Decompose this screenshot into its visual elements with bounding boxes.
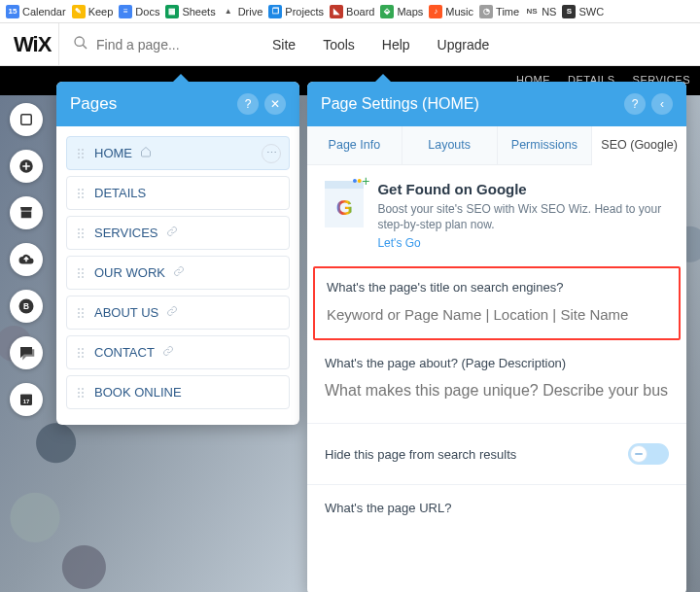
back-icon[interactable]: ‹ [651, 93, 673, 115]
promo-cta-link[interactable]: Let's Go [377, 236, 420, 250]
drag-handle-icon[interactable] [77, 387, 87, 399]
store-tool-button[interactable] [10, 196, 43, 229]
top-menu-item[interactable]: Site [272, 37, 296, 52]
bookmark-item[interactable]: SSWC [562, 5, 604, 18]
bookmark-label: Drive [238, 6, 263, 17]
drag-handle-icon[interactable] [77, 347, 87, 359]
editor-top-menu: SiteToolsHelpUpgrade [272, 37, 489, 52]
svg-point-22 [82, 228, 84, 230]
pages-panel-title: Pages [70, 94, 231, 114]
help-icon[interactable]: ? [624, 93, 646, 115]
browser-bookmarks-bar: 15Calendar✎Keep≡Docs▦Sheets▲Drive❐Projec… [0, 0, 700, 23]
bookmark-favicon: ◣ [330, 5, 343, 18]
svg-point-47 [78, 392, 80, 394]
bookmark-item[interactable]: ▲Drive [222, 5, 263, 18]
page-item-label: HOME [94, 146, 132, 160]
svg-point-27 [78, 268, 80, 270]
svg-point-9 [78, 149, 80, 151]
top-menu-item[interactable]: Upgrade [438, 37, 490, 52]
settings-panel-header: Page Settings (HOME) ? ‹ [307, 82, 686, 126]
blog-tool-button[interactable]: B [10, 290, 43, 323]
page-item-label: CONTACT [94, 345, 155, 360]
upload-tool-button[interactable] [10, 243, 43, 276]
top-menu-item[interactable]: Tools [323, 37, 355, 52]
url-field-block: What's the page URL? [325, 491, 669, 515]
svg-point-28 [82, 268, 84, 270]
bookmark-item[interactable]: ❐Projects [268, 5, 324, 18]
page-search[interactable] [58, 23, 253, 65]
page-item[interactable]: OUR WORK [66, 256, 290, 290]
bookmark-item[interactable]: ♪Music [429, 5, 473, 18]
svg-point-50 [82, 396, 84, 398]
drag-handle-icon[interactable] [77, 307, 87, 319]
bookmark-label: Docs [135, 6, 159, 17]
page-settings-panel: Page Settings (HOME) ? ‹ Page InfoLayout… [307, 82, 686, 592]
drag-handle-icon[interactable] [77, 227, 87, 239]
pages-panel: Pages ? ✕ HOME⋯DETAILSSERVICESOUR WORKAB… [56, 82, 299, 425]
page-item[interactable]: HOME⋯ [66, 136, 290, 170]
svg-point-16 [82, 189, 84, 191]
bookings-tool-button[interactable]: 17 [10, 383, 43, 416]
bookmark-favicon: ✎ [72, 5, 86, 18]
svg-point-44 [82, 356, 84, 358]
bookmark-label: Music [445, 6, 473, 17]
description-field-input[interactable] [325, 378, 669, 403]
bookmark-item[interactable]: NSNS [525, 5, 556, 18]
wix-editor-top-bar: WiX SiteToolsHelpUpgrade [0, 23, 700, 66]
page-item[interactable]: SERVICES [66, 216, 290, 250]
bookmark-label: Board [346, 6, 374, 17]
page-item-label: ABOUT US [94, 305, 158, 320]
svg-point-35 [78, 312, 80, 314]
svg-point-24 [82, 232, 84, 234]
settings-tab[interactable]: Layouts [402, 126, 498, 164]
svg-point-34 [82, 308, 84, 310]
svg-point-20 [82, 196, 84, 198]
hide-switch-toggle[interactable] [628, 443, 669, 465]
bookmark-label: Projects [285, 6, 324, 17]
pages-panel-header: Pages ? ✕ [56, 82, 299, 126]
bookmark-favicon: ▲ [222, 5, 235, 18]
bookmark-item[interactable]: ✎Keep [72, 5, 114, 18]
help-icon[interactable]: ? [237, 93, 259, 115]
search-input[interactable] [96, 37, 232, 52]
close-icon[interactable]: ✕ [264, 93, 286, 115]
bookmark-item[interactable]: ▦Sheets [165, 5, 215, 18]
bookmark-item[interactable]: ◔Time [479, 5, 519, 18]
promo-body: Boost your site's SEO with Wix SEO Wiz. … [377, 201, 669, 232]
svg-rect-7 [20, 395, 32, 398]
top-menu-item[interactable]: Help [382, 37, 410, 52]
svg-point-23 [78, 232, 80, 234]
page-item[interactable]: BOOK ONLINE [66, 375, 290, 409]
svg-point-39 [78, 348, 80, 350]
svg-point-45 [78, 388, 80, 390]
page-more-icon[interactable]: ⋯ [262, 144, 281, 163]
seo-promo: ••+ G Get Found on Google Boost your sit… [325, 181, 669, 251]
home-icon [140, 146, 152, 160]
svg-point-26 [82, 236, 84, 238]
settings-tab[interactable]: SEO (Google) [592, 126, 686, 165]
settings-tab[interactable]: Permissions [498, 126, 593, 164]
bookmark-item[interactable]: ⬙Maps [380, 5, 423, 18]
add-tool-button[interactable] [10, 150, 43, 183]
link-icon [162, 345, 174, 360]
pages-tool-button[interactable] [10, 103, 43, 136]
page-item[interactable]: DETAILS [66, 176, 290, 210]
svg-point-37 [78, 316, 80, 318]
search-icon [73, 35, 88, 54]
title-field-input[interactable] [327, 302, 667, 327]
page-item[interactable]: CONTACT [66, 335, 290, 369]
drag-handle-icon[interactable] [77, 267, 87, 279]
drag-handle-icon[interactable] [77, 188, 87, 199]
settings-tab[interactable]: Page Info [307, 126, 402, 164]
chat-tool-button[interactable] [10, 336, 43, 369]
page-item[interactable]: ABOUT US [66, 296, 290, 330]
description-field-label: What's the page about? (Page Description… [325, 356, 669, 370]
page-item-label: BOOK ONLINE [94, 385, 182, 400]
bookmark-item[interactable]: ≡Docs [119, 5, 159, 18]
svg-point-29 [78, 272, 80, 274]
drag-handle-icon[interactable] [77, 148, 87, 159]
bookmark-favicon: ❐ [268, 5, 282, 18]
bookmark-item[interactable]: ◣Board [330, 5, 374, 18]
bookmark-item[interactable]: 15Calendar [6, 5, 66, 18]
svg-rect-2 [21, 115, 32, 125]
